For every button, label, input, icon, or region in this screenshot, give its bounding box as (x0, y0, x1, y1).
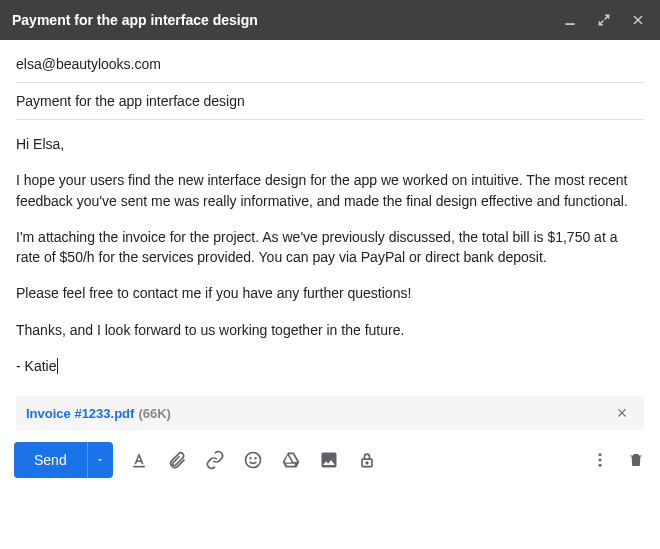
window-title: Payment for the app interface design (12, 12, 258, 28)
svg-point-8 (366, 462, 368, 464)
subject-value: Payment for the app interface design (16, 93, 245, 109)
minimize-icon[interactable] (560, 10, 580, 30)
body-paragraph: Please feel free to contact me if you ha… (16, 283, 644, 303)
svg-point-6 (255, 458, 256, 459)
text-format-icon[interactable] (129, 450, 149, 470)
insert-link-icon[interactable] (205, 450, 225, 470)
send-button-group: Send (14, 442, 113, 478)
body-signoff: - Katie (16, 356, 644, 376)
confidential-mode-icon[interactable] (357, 450, 377, 470)
emoji-icon[interactable] (243, 450, 263, 470)
compose-toolbar: Send (0, 430, 660, 490)
svg-point-9 (599, 454, 602, 457)
attach-file-icon[interactable] (167, 450, 187, 470)
attachment-size: (66K) (138, 406, 171, 421)
svg-point-11 (599, 464, 602, 467)
body-paragraph: Thanks, and I look forward to us working… (16, 320, 644, 340)
text-cursor (57, 358, 58, 374)
to-value: elsa@beautylooks.com (16, 56, 161, 72)
attachment-filename: Invoice #1233.pdf (26, 406, 134, 421)
send-options-button[interactable] (87, 442, 113, 478)
insert-photo-icon[interactable] (319, 450, 339, 470)
close-icon[interactable] (628, 10, 648, 30)
svg-point-5 (250, 458, 251, 459)
to-field[interactable]: elsa@beautylooks.com (16, 46, 644, 83)
trash-icon[interactable] (626, 450, 646, 470)
compose-content: elsa@beautylooks.com Payment for the app… (0, 40, 660, 430)
svg-point-4 (245, 453, 260, 468)
send-button[interactable]: Send (14, 442, 87, 478)
subject-field[interactable]: Payment for the app interface design (16, 83, 644, 120)
email-body[interactable]: Hi Elsa, I hope your users find the new … (16, 120, 644, 392)
attachment-remove-icon[interactable]: × (612, 403, 632, 424)
drive-icon[interactable] (281, 450, 301, 470)
svg-rect-3 (133, 466, 145, 468)
format-tools (129, 450, 377, 470)
svg-point-10 (599, 459, 602, 462)
attachment-chip[interactable]: Invoice #1233.pdf (66K) × (16, 396, 644, 430)
body-greeting: Hi Elsa, (16, 134, 644, 154)
body-paragraph: I hope your users find the new interface… (16, 170, 644, 211)
expand-icon[interactable] (594, 10, 614, 30)
compose-titlebar: Payment for the app interface design (0, 0, 660, 40)
body-paragraph: I'm attaching the invoice for the projec… (16, 227, 644, 268)
toolbar-right (590, 450, 646, 470)
more-options-icon[interactable] (590, 450, 610, 470)
